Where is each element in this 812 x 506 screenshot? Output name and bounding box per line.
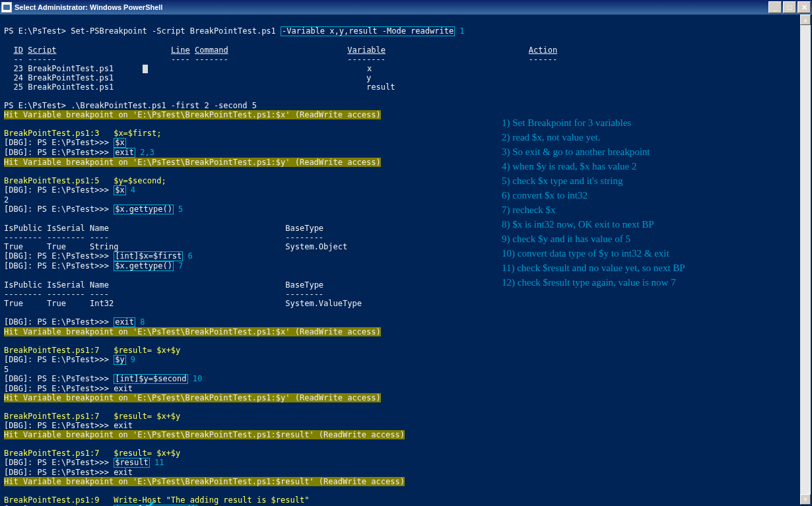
dbg-prompt: [DBG]: PS E:\PsTest>>> bbox=[4, 374, 114, 383]
annotation-4: 4 bbox=[126, 185, 135, 195]
table-row: 24 BreakPointTest.ps1 y bbox=[4, 73, 371, 82]
type-header: IsPublic IsSerial Name BaseType bbox=[4, 224, 323, 233]
note-item: 5) check $x type and it's string bbox=[502, 174, 685, 188]
type-underline: -------- -------- ---- -------- bbox=[4, 233, 323, 242]
scroll-track[interactable] bbox=[800, 25, 811, 494]
maximize-button[interactable]: □ bbox=[783, 1, 796, 13]
dbg-prompt: [DBG]: PS E:\PsTest>>> bbox=[4, 261, 114, 270]
scroll-up-button[interactable]: ▲ bbox=[800, 15, 811, 25]
hit-message: Hit Variable breakpoint on 'E:\PsTest\Br… bbox=[4, 110, 381, 119]
header-underline: -- ------ ---- ------- -------- ------ bbox=[4, 55, 557, 64]
dbg-cmd: $x.gettype() bbox=[114, 261, 174, 271]
vertical-scrollbar[interactable]: ▲ ▼ bbox=[800, 15, 811, 505]
note-item: 9) check $y and it has value of 5 bbox=[502, 232, 685, 246]
dbg-prompt: [DBG]: PS E:\PsTest>>> bbox=[4, 185, 114, 195]
prompt: PS E:\PsTest> bbox=[4, 26, 71, 36]
dbg-cmd: $y bbox=[114, 355, 125, 365]
dbg-cmd: $x.gettype() bbox=[114, 205, 174, 214]
dbg-prompt: [DBG]: PS E:\PsTest>>> bbox=[4, 138, 114, 147]
powershell-icon bbox=[1, 2, 12, 13]
type-underline: -------- -------- ---- -------- bbox=[4, 290, 323, 299]
close-button[interactable]: ✕ bbox=[797, 1, 811, 13]
checkmark-icon: ✔ bbox=[145, 499, 156, 506]
cmd-highlighted: -Variable x,y,result -Mode readwrite bbox=[281, 26, 455, 36]
table-row: 23 BreakPointTest.ps1 x bbox=[4, 64, 372, 73]
minimize-button[interactable]: _ bbox=[768, 1, 782, 13]
dbg-cmd: $x bbox=[114, 185, 125, 195]
dbg-cmd: [int]$y=$second bbox=[114, 374, 187, 384]
note-item: 3) So exit & go to another breakpoint bbox=[502, 144, 685, 159]
dbg-prompt: [DBG]: PS E:\PsTest>>> bbox=[4, 251, 114, 261]
dbg-cmd: exit bbox=[114, 317, 135, 327]
scroll-down-button[interactable]: ▼ bbox=[800, 494, 811, 505]
script-line: BreakPointTest.ps1:9 Write-Host "The add… bbox=[4, 495, 309, 505]
dbg-cmd: exit bbox=[114, 148, 135, 158]
type-row: True True String System.Object bbox=[4, 242, 347, 251]
console-area[interactable]: PS E:\PsTest> Set-PSBreakpoint -Script B… bbox=[0, 15, 812, 505]
cmd-text: .\BreakPointTest.ps1 -first 2 -second 5 bbox=[71, 101, 257, 110]
hit-message: Hit Variable breakpoint on 'E:\PsTest\Br… bbox=[4, 477, 405, 486]
note-item: 12) check $result type again, value is n… bbox=[502, 275, 685, 290]
hit-message: Hit Variable breakpoint on 'E:\PsTest\Br… bbox=[4, 327, 381, 336]
hit-message: Hit Variable breakpoint on 'E:\PsTest\Br… bbox=[4, 430, 405, 439]
annotation-7: 7 bbox=[174, 261, 183, 270]
script-line: BreakPointTest.ps1:3 $x=$first; bbox=[4, 129, 161, 138]
type-row: True True Int32 System.ValueType bbox=[4, 299, 362, 308]
dbg-prompt: [DBG]: PS E:\PsTest>>> bbox=[4, 458, 114, 467]
note-item: 11) check $result and no value yet, so n… bbox=[502, 261, 685, 275]
annotation-11: 11 bbox=[150, 458, 164, 467]
header-row: ID Script Line Command Variable Action bbox=[4, 46, 557, 55]
window-title: Select Administrator: Windows PowerShell bbox=[15, 3, 768, 11]
script-line: BreakPointTest.ps1:7 $result= $x+$y bbox=[4, 449, 180, 458]
note-item: 1) Set Breakpoint for 3 variables bbox=[502, 115, 685, 130]
dbg-prompt: [DBG]: PS E:\PsTest>>> bbox=[4, 384, 114, 393]
note-item: 8) $x is int32 now, OK exit to next BP bbox=[502, 217, 685, 232]
window-buttons: _ □ ✕ bbox=[768, 1, 811, 13]
prompt: PS E:\PsTest> bbox=[4, 101, 71, 110]
type-header: IsPublic IsSerial Name BaseType bbox=[4, 280, 323, 290]
dbg-prompt: [DBG]: PS E:\PsTest>>> bbox=[4, 148, 114, 157]
annotation-5: 5 bbox=[174, 205, 183, 214]
note-item: 4) when $y is read, $x has value 2 bbox=[502, 159, 685, 174]
table-row: 25 BreakPointTest.ps1 result bbox=[4, 82, 395, 92]
note-item: 2) read $x, not value yet. bbox=[502, 130, 685, 144]
cmd-text: Set-PSBreakpoint -Script BreakPointTest.… bbox=[71, 26, 281, 36]
script-line: BreakPointTest.ps1:5 $y=$second; bbox=[4, 176, 166, 185]
annotation-9: 9 bbox=[126, 355, 135, 364]
dbg-prompt: [DBG]: PS E:\PsTest>>> bbox=[4, 205, 114, 214]
note-item: 6) convert $x to int32 bbox=[502, 188, 685, 203]
dbg-prompt: [DBG]: PS E:\PsTest>>> bbox=[4, 317, 114, 327]
dbg-cmd: exit bbox=[114, 384, 133, 393]
dbg-prompt: [DBG]: PS E:\PsTest>>> bbox=[4, 421, 114, 430]
note-item: 10) convert data type of $y to int32 & e… bbox=[502, 246, 685, 261]
script-line: BreakPointTest.ps1:7 $result= $x+$y bbox=[4, 412, 180, 421]
dbg-cmd: $result bbox=[114, 458, 150, 468]
output-value: 5 bbox=[4, 365, 9, 374]
annotation-8: 8 bbox=[135, 317, 145, 327]
output-value: 2 bbox=[4, 195, 9, 205]
titlebar[interactable]: Select Administrator: Windows PowerShell… bbox=[0, 0, 812, 15]
annotation-notes: 1) Set Breakpoint for 3 variables 2) rea… bbox=[502, 115, 685, 290]
script-line: BreakPointTest.ps1:7 $result= $x+$y bbox=[4, 346, 180, 355]
annotation-10: 10 bbox=[188, 374, 203, 383]
dbg-cmd: [int]$x=$first bbox=[114, 251, 183, 261]
annotation-2-3: 2,3 bbox=[135, 148, 154, 157]
note-item: 7) recheck $x bbox=[502, 203, 685, 217]
hit-message: Hit Variable breakpoint on 'E:\PsTest\Br… bbox=[4, 393, 381, 402]
dbg-cmd: exit bbox=[114, 421, 133, 430]
dbg-cmd: exit bbox=[114, 468, 133, 477]
annotation-6: 6 bbox=[183, 251, 192, 261]
dbg-prompt: [DBG]: PS E:\PsTest>>> bbox=[4, 468, 114, 477]
dbg-cmd: $x bbox=[114, 138, 125, 148]
annotation-1: 1 bbox=[455, 26, 464, 36]
hit-message: Hit Variable breakpoint on 'E:\PsTest\Br… bbox=[4, 158, 381, 167]
dbg-prompt: [DBG]: PS E:\PsTest>>> bbox=[4, 355, 114, 364]
cursor-icon bbox=[143, 65, 148, 73]
